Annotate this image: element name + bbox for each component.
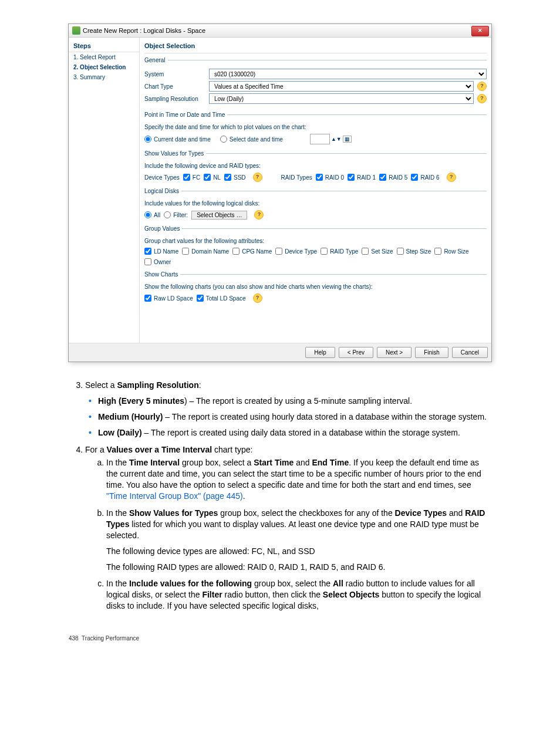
legend-charts: Show Charts — [144, 271, 180, 278]
steps-panel: Steps 1. Select Report 2. Object Selecti… — [69, 38, 140, 343]
finish-button[interactable]: Finish — [415, 347, 448, 358]
help-icon[interactable]: ? — [477, 82, 487, 91]
group-general: General System s020 (1300020) Chart Type… — [144, 57, 487, 106]
ld-row: All Filter: Select Objects … ? — [144, 210, 487, 220]
chk-ldname[interactable]: LD Name — [144, 248, 178, 255]
chk-raw[interactable]: Raw LD Space — [144, 295, 193, 302]
link-time-interval[interactable]: "Time Interval Group Box" (page 445) — [106, 491, 243, 501]
step-4b-line2: The following device types are allowed: … — [106, 546, 491, 557]
chk-owner[interactable]: Owner — [144, 258, 171, 265]
sampling-combo[interactable]: Low (Daily) — [209, 93, 474, 104]
help-icon[interactable]: ? — [447, 173, 456, 182]
group-logical-disks: Logical Disks Include values for the fol… — [144, 188, 487, 220]
pit-options: Current date and time Select date and ti… — [144, 134, 487, 144]
legend-group: Group Values — [144, 225, 182, 232]
group-types: Show Values for Types Include the follow… — [144, 150, 487, 182]
select-objects-button[interactable]: Select Objects … — [191, 211, 247, 220]
chk-raidtype[interactable]: RAID Type — [321, 248, 358, 255]
types-row: Device Types FC NL SSD ? RAID Types RAID… — [144, 173, 487, 182]
step-4b: In the Show Values for Types group box, … — [106, 508, 491, 572]
bullet-low: Low (Daily) – The report is created usin… — [98, 427, 491, 438]
legend-types: Show Values for Types — [144, 150, 206, 157]
step-4b-line3: The following RAID types are allowed: RA… — [106, 562, 491, 573]
help-icon[interactable]: ? — [253, 293, 262, 303]
step-2[interactable]: 2. Object Selection — [69, 62, 139, 72]
step-4a: In the Time Interval group box, select a… — [106, 457, 491, 502]
chart-type-combo[interactable]: Values at a Specified Time — [209, 81, 474, 92]
prev-button[interactable]: < Prev — [339, 347, 373, 358]
radio-filter[interactable]: Filter: — [164, 211, 188, 218]
help-icon[interactable]: ? — [253, 173, 262, 182]
steps-header: Steps — [69, 40, 139, 52]
chk-domain[interactable]: Domain Name — [182, 248, 229, 255]
label-chart-type: Chart Type — [144, 83, 209, 90]
dialog-footer: Help < Prev Next > Finish Cancel — [69, 343, 491, 362]
legend-pit: Point in Time or Date and Time — [144, 112, 227, 118]
step-3[interactable]: 3. Summary — [69, 72, 139, 82]
close-icon[interactable]: ✕ — [471, 26, 489, 36]
page-number: 438 — [69, 635, 79, 642]
legend-ld: Logical Disks — [144, 188, 181, 194]
chk-raid1[interactable]: RAID 1 — [348, 174, 376, 181]
help-button[interactable]: Help — [305, 347, 335, 358]
chk-total[interactable]: Total LD Space — [197, 295, 246, 302]
radio-select-date[interactable]: Select date and time — [220, 136, 283, 143]
content-header: Object Selection — [144, 40, 487, 53]
content-panel: Object Selection General System s020 (13… — [140, 38, 491, 343]
title-text: Create New Report : Logical Disks - Spac… — [83, 27, 205, 34]
help-icon[interactable]: ? — [254, 210, 264, 220]
group-values: Group Values Group chart values for the … — [144, 225, 487, 265]
instructions: Select a Sampling Resolution: High (Ever… — [69, 380, 491, 612]
cancel-button[interactable]: Cancel — [452, 347, 488, 358]
step-4c: In the Include values for the following … — [106, 578, 491, 612]
help-icon[interactable]: ? — [477, 94, 487, 103]
step-1[interactable]: 1. Select Report — [69, 52, 139, 62]
wizard-dialog: Create New Report : Logical Disks - Spac… — [68, 23, 492, 362]
group-show-charts: Show Charts Show the following charts (y… — [144, 271, 487, 303]
group-point-in-time: Point in Time or Date and Time Specify t… — [144, 112, 487, 144]
chk-cpg[interactable]: CPG Name — [232, 248, 272, 255]
chk-stepsize[interactable]: Step Size — [397, 248, 431, 255]
chk-nl[interactable]: NL — [204, 174, 221, 181]
chk-fc[interactable]: FC — [183, 174, 200, 181]
next-button[interactable]: Next > — [377, 347, 411, 358]
chk-devtype[interactable]: Device Type — [275, 248, 317, 255]
label-system: System — [144, 71, 209, 77]
chk-raid0[interactable]: RAID 0 — [316, 174, 344, 181]
charts-row: Raw LD Space Total LD Space ? — [144, 293, 487, 303]
system-combo[interactable]: s020 (1300020) — [209, 69, 487, 79]
raid-types-label: RAID Types — [281, 174, 312, 181]
step-3: Select a Sampling Resolution: High (Ever… — [85, 380, 491, 438]
types-desc: Include the following device and RAID ty… — [144, 163, 487, 169]
radio-all[interactable]: All — [144, 211, 160, 218]
page-footer: 438 Tracking Performance — [69, 635, 491, 642]
group-attrs: LD Name Domain Name CPG Name Device Type… — [144, 248, 487, 265]
page-section: Tracking Performance — [82, 635, 139, 642]
pit-desc: Specify the date and time for which to p… — [144, 124, 487, 130]
label-sampling: Sampling Resolution — [144, 96, 209, 102]
date-spinner[interactable]: ▲▼ ▦ — [310, 134, 352, 144]
device-types-label: Device Types — [144, 174, 180, 181]
titlebar: Create New Report : Logical Disks - Spac… — [69, 24, 491, 38]
chk-rowsize[interactable]: Row Size — [434, 248, 468, 255]
dialog-body: Steps 1. Select Report 2. Object Selecti… — [69, 38, 491, 343]
step-4: For a Values over a Time Interval chart … — [85, 444, 491, 612]
app-icon — [72, 26, 80, 35]
bullet-medium: Medium (Hourly) – The report is created … — [98, 411, 491, 423]
legend-general: General — [144, 57, 168, 63]
chk-raid5[interactable]: RAID 5 — [379, 174, 407, 181]
radio-current[interactable]: Current date and time — [144, 136, 211, 143]
ld-desc: Include values for the following logical… — [144, 200, 487, 207]
group-desc: Group chart values for the following att… — [144, 238, 487, 244]
chk-raid6[interactable]: RAID 6 — [411, 174, 439, 181]
chk-setsize[interactable]: Set Size — [362, 248, 393, 255]
bullet-high: High (Every 5 minutes) – The report is c… — [98, 396, 491, 407]
charts-desc: Show the following charts (you can also … — [144, 283, 487, 290]
chk-ssd[interactable]: SSD — [224, 174, 246, 181]
